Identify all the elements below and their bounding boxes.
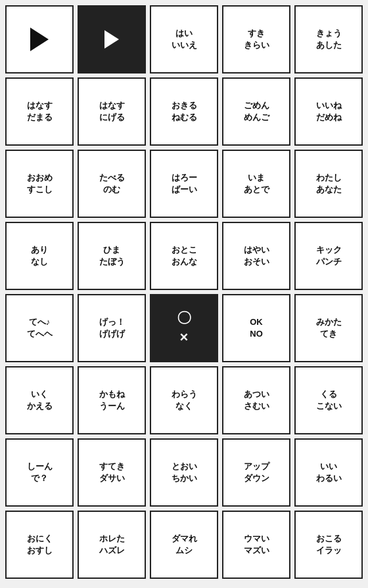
cell-r5-c4[interactable]: くる こない	[294, 366, 363, 434]
cell-label: ひま たぼう	[99, 244, 125, 268]
main-container: はい いいえすき きらいきょう あしたはなす だまるはなす にげるおきる ねむる…	[0, 0, 368, 588]
cell-r0-c2[interactable]: はい いいえ	[150, 5, 218, 74]
cell-r4-c2[interactable]: 〇 ×	[150, 294, 218, 362]
cell-label: いく かえる	[27, 388, 53, 412]
cell-label: ダマれ ムシ	[172, 533, 197, 556]
cell-r5-c0[interactable]: いく かえる	[5, 366, 74, 434]
cell-label: はやい おそい	[244, 244, 269, 268]
cell-r6-c1[interactable]: すてき ダサい	[78, 438, 146, 507]
cell-r6-c4[interactable]: いい わるい	[294, 438, 363, 507]
cell-r5-c1[interactable]: かもね うーん	[78, 366, 146, 434]
cell-label: はろー ばーい	[172, 172, 197, 196]
cell-r2-c3[interactable]: いま あとで	[222, 150, 290, 218]
cell-r0-c4[interactable]: きょう あした	[294, 5, 363, 74]
cell-label: てへ♪ てへヘ	[27, 316, 53, 340]
cell-label: げっ！ げげげ	[99, 316, 125, 340]
cell-label: とおい ちかい	[172, 461, 197, 484]
cell-label: かもね うーん	[99, 388, 125, 412]
cell-label: ホレた ハズレ	[99, 533, 125, 556]
cell-r0-c3[interactable]: すき きらい	[222, 5, 290, 74]
cell-label: いい わるい	[316, 461, 342, 484]
circle-x-text: 〇 ×	[177, 309, 191, 346]
cell-r7-c4[interactable]: おこる イラッ	[294, 511, 363, 579]
cell-label: わたし あなた	[316, 172, 342, 196]
emoji-grid: はい いいえすき きらいきょう あしたはなす だまるはなす にげるおきる ねむる…	[5, 5, 363, 579]
cell-label: あり なし	[31, 244, 48, 268]
cell-label: しーん で？	[27, 461, 53, 484]
cell-r3-c1[interactable]: ひま たぼう	[78, 222, 146, 290]
cell-r2-c4[interactable]: わたし あなた	[294, 150, 363, 218]
cell-r3-c0[interactable]: あり なし	[5, 222, 74, 290]
cell-label: はい いいえ	[172, 28, 197, 51]
cell-r2-c0[interactable]: おおめ すこし	[5, 150, 74, 218]
cell-label: きょう あした	[316, 28, 342, 51]
cell-label: わらう なく	[172, 388, 197, 412]
cell-r1-c1[interactable]: はなす にげる	[78, 77, 146, 146]
cell-r3-c3[interactable]: はやい おそい	[222, 222, 290, 290]
cell-label: おおめ すこし	[27, 172, 53, 196]
cell-label: くる こない	[316, 388, 342, 412]
cell-label: すてき ダサい	[99, 461, 125, 484]
cell-r4-c0[interactable]: てへ♪ てへヘ	[5, 294, 74, 362]
cell-r2-c2[interactable]: はろー ばーい	[150, 150, 218, 218]
cell-r0-c1[interactable]	[78, 5, 146, 74]
cell-label: あつい さむい	[244, 388, 269, 412]
cell-r4-c3[interactable]: OK NO	[222, 294, 290, 362]
cell-label: いま あとで	[244, 172, 269, 196]
cell-label: アップ ダウン	[244, 461, 269, 484]
cell-label: おにく おすし	[27, 533, 53, 556]
cell-r7-c3[interactable]: ウマい マズい	[222, 511, 290, 579]
cell-r5-c2[interactable]: わらう なく	[150, 366, 218, 434]
cell-label: OK NO	[250, 316, 263, 340]
cell-label: はなす にげる	[99, 100, 125, 123]
cell-label: たべる のむ	[99, 172, 125, 196]
cell-r7-c2[interactable]: ダマれ ムシ	[150, 511, 218, 579]
cell-r3-c2[interactable]: おとこ おんな	[150, 222, 218, 290]
cell-r5-c3[interactable]: あつい さむい	[222, 366, 290, 434]
cell-r6-c3[interactable]: アップ ダウン	[222, 438, 290, 507]
cell-r1-c0[interactable]: はなす だまる	[5, 77, 74, 146]
play-icon-white	[104, 30, 119, 49]
cell-r0-c0[interactable]	[5, 5, 74, 74]
cell-label: ごめん めんご	[244, 100, 269, 123]
cell-label: おきる ねむる	[172, 100, 197, 123]
cell-r7-c0[interactable]: おにく おすし	[5, 511, 74, 579]
cell-label: すき きらい	[244, 28, 269, 51]
cell-r1-c4[interactable]: いいね だめね	[294, 77, 363, 146]
cell-label: おこる イラッ	[316, 533, 342, 556]
cell-r2-c1[interactable]: たべる のむ	[78, 150, 146, 218]
cell-r4-c4[interactable]: みかた てき	[294, 294, 363, 362]
cell-r6-c0[interactable]: しーん で？	[5, 438, 74, 507]
cell-label: おとこ おんな	[172, 244, 197, 268]
cell-r1-c3[interactable]: ごめん めんご	[222, 77, 290, 146]
cell-r4-c1[interactable]: げっ！ げげげ	[78, 294, 146, 362]
cell-r1-c2[interactable]: おきる ねむる	[150, 77, 218, 146]
cell-label: はなす だまる	[27, 100, 53, 123]
cell-r6-c2[interactable]: とおい ちかい	[150, 438, 218, 507]
cell-r7-c1[interactable]: ホレた ハズレ	[78, 511, 146, 579]
cell-label: ウマい マズい	[244, 533, 269, 556]
cell-r3-c4[interactable]: キック パンチ	[294, 222, 363, 290]
cell-label: いいね だめね	[316, 100, 342, 123]
cell-label: みかた てき	[316, 316, 342, 340]
play-icon	[30, 28, 49, 51]
cell-label: キック パンチ	[316, 244, 342, 268]
